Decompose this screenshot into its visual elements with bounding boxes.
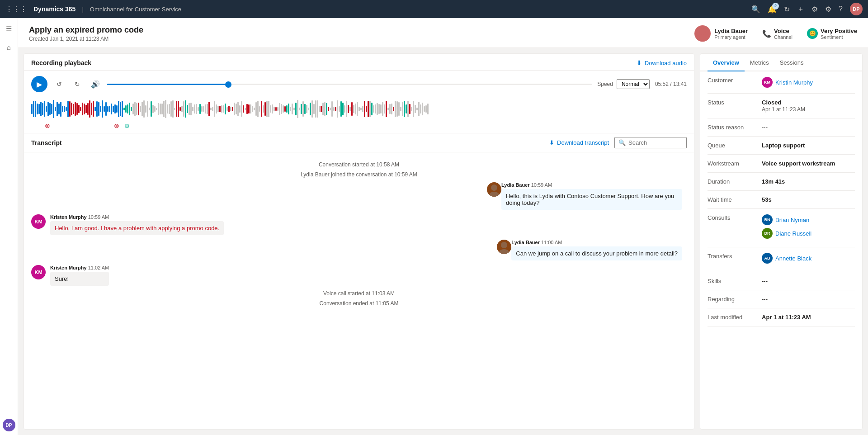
volume-button[interactable]: 🔊	[89, 78, 102, 90]
status-label: Status	[708, 99, 762, 106]
controls-row: ▶ ↺ ↻ 🔊 Speed S	[31, 76, 687, 92]
sentiment-section: 😊 Very Positive Sentiment	[807, 28, 857, 40]
speed-select[interactable]: Slow Normal Fast	[617, 79, 650, 89]
detail-row-last-modified: Last modified Apr 1 at 11:23 AM	[708, 308, 855, 326]
rewind-10-button[interactable]: ↺	[53, 78, 66, 90]
last-modified-value: Apr 1 at 11:23 AM	[762, 314, 855, 321]
sentiment-label: Very Positive	[821, 28, 857, 34]
system-message: Conversation ended at 11:05 AM	[31, 300, 687, 307]
notification-badge: 2	[772, 3, 779, 9]
detail-row-customer: Customer KM Kristin Murphy	[708, 71, 855, 94]
detail-row-consults: Consults BN Brian Nyman DR Diane Russell	[708, 209, 855, 247]
agent-name: Lydia Bauer	[714, 28, 748, 34]
content-area: Apply an expired promo code Created Jan …	[18, 18, 868, 435]
svg-point-0	[699, 28, 706, 35]
system-message: Conversation started at 10:58 AM	[31, 161, 687, 168]
queue-value: Laptop support	[762, 142, 855, 149]
transcript-search-input[interactable]	[628, 139, 683, 146]
transfers-label: Transfers	[708, 253, 762, 260]
speed-label: Speed	[597, 81, 613, 87]
grid-icon[interactable]: ⋮⋮⋮	[5, 5, 27, 14]
playback-panel: Recording playback ⬇ Download audio ▶ ↺ …	[24, 53, 694, 430]
svg-point-4	[501, 242, 507, 248]
sidebar-menu-icon[interactable]: ☰	[2, 22, 16, 36]
waveform	[31, 98, 687, 120]
transcript-header: Transcript ⬇ Download transcript 🔍	[24, 133, 694, 152]
waveform-container: ⊗ ⊗ ⊕	[24, 96, 694, 133]
brian-link[interactable]: Brian Nyman	[775, 217, 809, 223]
filter-icon[interactable]: ⚙	[811, 5, 818, 14]
download-audio-button[interactable]: ⬇ Download audio	[637, 59, 687, 66]
detail-row-duration: Duration 13m 41s	[708, 173, 855, 191]
sentiment-icon: 😊	[807, 28, 818, 39]
help-icon[interactable]: ?	[839, 5, 843, 13]
refresh-icon[interactable]: ↻	[784, 5, 790, 14]
status-reason-label: Status reason	[708, 124, 762, 131]
diane-link[interactable]: Diane Russell	[775, 230, 811, 237]
agent-section: Lydia Bauer Primary agent	[694, 25, 748, 42]
download-transcript-icon: ⬇	[549, 139, 554, 146]
detail-row-transfers: Transfers AB Annette Black	[708, 247, 855, 272]
download-transcript-button[interactable]: ⬇ Download transcript	[549, 139, 609, 146]
sentiment-sub: Sentiment	[821, 34, 857, 40]
detail-row-wait-time: Wait time 53s	[708, 191, 855, 209]
audio-controls: ▶ ↺ ↻ 🔊 Speed S	[24, 71, 694, 96]
search-icon[interactable]: 🔍	[751, 5, 760, 14]
page-header: Apply an expired promo code Created Jan …	[18, 18, 868, 48]
wait-time-value: 53s	[762, 196, 855, 203]
brian-avatar: BN	[762, 214, 773, 225]
forward-10-button[interactable]: ↻	[71, 78, 84, 90]
customer-label: Customer	[708, 77, 762, 84]
page-title-section: Apply an expired promo code Created Jan …	[29, 25, 143, 42]
play-button[interactable]: ▶	[31, 76, 47, 92]
agent-role: Primary agent	[714, 34, 748, 40]
customer-link[interactable]: Kristin Murphy	[775, 79, 813, 86]
tab-overview[interactable]: Overview	[708, 54, 745, 71]
settings-icon[interactable]: ⚙	[825, 5, 831, 14]
download-icon: ⬇	[637, 59, 642, 66]
agent-message: Lydia Bauer 11:00 AMCan we jump on a cal…	[31, 240, 687, 260]
top-nav-right: 🔍 🔔 2 ↻ ＋ ⚙ ⚙ ? DP	[751, 3, 863, 15]
sidebar-home-icon[interactable]: ⌂	[2, 40, 16, 54]
tab-metrics[interactable]: Metrics	[745, 54, 774, 71]
brand-label: Dynamics 365	[33, 5, 75, 13]
sidebar-user-avatar[interactable]: DP	[3, 419, 15, 431]
last-modified-label: Last modified	[708, 314, 762, 321]
recording-title: Recording playback	[31, 59, 91, 66]
page-subtitle: Created Jan 1, 2021 at 11:23 AM	[29, 36, 143, 42]
consults-label: Consults	[708, 214, 762, 221]
wait-time-label: Wait time	[708, 196, 762, 203]
add-icon[interactable]: ＋	[797, 5, 804, 14]
transcript-search-icon: 🔍	[618, 139, 626, 146]
duration-label: Duration	[708, 178, 762, 185]
transcript-controls: ⬇ Download transcript 🔍	[549, 137, 687, 148]
notification-icon[interactable]: 🔔 2	[768, 5, 777, 14]
customer-message-avatar: KM	[31, 214, 46, 229]
regarding-label: Regarding	[708, 296, 762, 303]
svg-point-5	[499, 249, 509, 254]
progress-track	[107, 84, 592, 85]
tab-sessions[interactable]: Sessions	[774, 54, 809, 71]
customer-avatar: KM	[762, 77, 773, 88]
sentiment-info: Very Positive Sentiment	[821, 28, 857, 40]
agent-message-avatar	[497, 240, 511, 254]
consult-item-diane: DR Diane Russell	[762, 228, 855, 239]
transfer-item-annette: AB Annette Black	[762, 253, 855, 264]
channel-sub: Channel	[774, 34, 793, 40]
user-avatar[interactable]: DP	[850, 3, 863, 15]
progress-container[interactable]	[107, 84, 592, 85]
annette-avatar: AB	[762, 253, 773, 264]
details-body: Customer KM Kristin Murphy Status Closed	[700, 71, 862, 429]
progress-thumb[interactable]	[225, 81, 231, 88]
annette-link[interactable]: Annette Black	[775, 255, 811, 262]
diane-avatar: DR	[762, 228, 773, 239]
transcript-section: Transcript ⬇ Download transcript 🔍	[24, 133, 694, 429]
detail-row-skills: Skills ---	[708, 272, 855, 290]
svg-point-2	[491, 184, 497, 191]
transcript-search-box[interactable]: 🔍	[614, 137, 687, 148]
regarding-value: ---	[762, 296, 855, 303]
page-title: Apply an expired promo code	[29, 25, 143, 35]
system-message: Lydia Bauer joined the conversation at 1…	[31, 171, 687, 178]
skills-label: Skills	[708, 278, 762, 284]
agent-message-avatar	[487, 182, 501, 197]
